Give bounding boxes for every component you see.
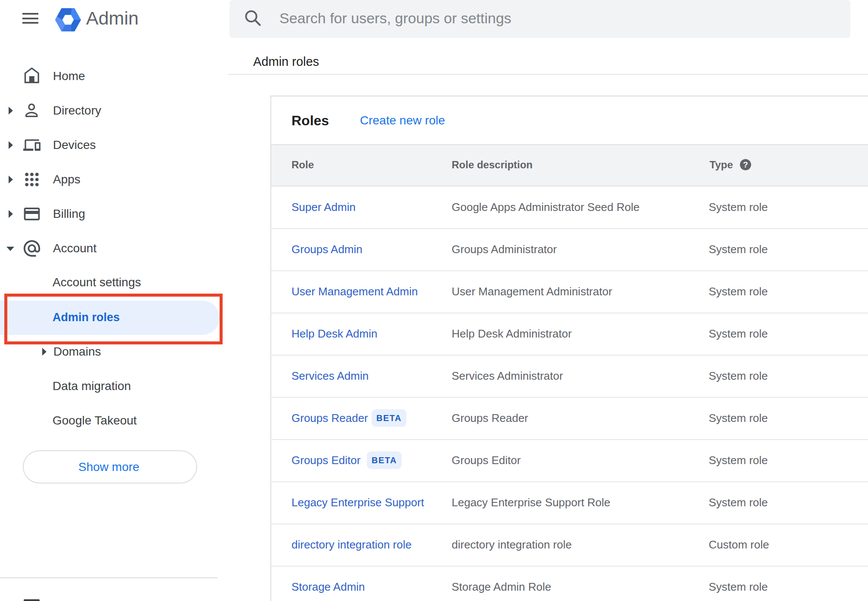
svg-text:?: ?	[743, 160, 748, 169]
